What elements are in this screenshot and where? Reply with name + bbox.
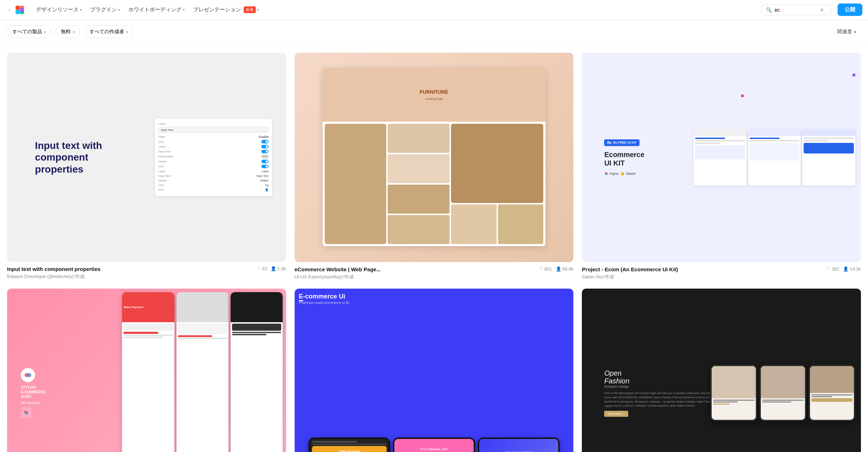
- all-creators-filter[interactable]: すべての作成者 ▾: [84, 25, 133, 38]
- stylish-logo: [21, 368, 35, 382]
- card-title: Project - Ecom (An Ecommerce Ui Kit): [582, 266, 826, 272]
- phone-dark: -30% Discount: [308, 437, 390, 452]
- card-likes: ♡ 33: [257, 266, 267, 271]
- phone-mockups: Make Payment: [118, 289, 286, 452]
- card-heading: Input text with component properties: [35, 139, 161, 175]
- purple-dot: [852, 74, 855, 76]
- card-open-fashion[interactable]: Open Fashion byOpenUI.design Free UI Kit…: [582, 289, 861, 452]
- new-badge: 新着: [244, 6, 256, 13]
- figma-logo[interactable]: [13, 3, 27, 17]
- card-thumbnail: Stylish E-Commerce UI Kit 20+ Screens Ma: [7, 289, 286, 452]
- chevron-down-icon: ▾: [44, 30, 46, 34]
- card-ecommerce-ui[interactable]: E-commerce Ui Production-ready Ecommerce…: [295, 289, 574, 452]
- phone-1: Make Payment: [122, 292, 174, 452]
- open-fashion-info: Open Fashion byOpenUI.design Free UI Kit…: [604, 369, 716, 417]
- screen-2: [748, 129, 801, 186]
- nav-design-resources[interactable]: デザインリソース ▾: [33, 4, 85, 15]
- free-filter[interactable]: 無料 ▾: [56, 25, 80, 38]
- sketch-tool: Sketch: [620, 172, 636, 176]
- svg-point-9: [606, 173, 608, 174]
- svg-rect-2: [16, 10, 20, 14]
- furniture-header: FURNITURELanding Page: [323, 68, 546, 122]
- svg-point-17: [26, 412, 28, 413]
- figma-tool: Figma: [604, 172, 618, 176]
- card-meta: Input text with component properties Edw…: [7, 266, 257, 280]
- card-stats: ♡ 33 👤 1.8k: [257, 266, 286, 271]
- clear-search-button[interactable]: ✕: [820, 7, 824, 13]
- card-likes: ♡ 901: [539, 266, 552, 272]
- chevron-down-icon: ▾: [73, 30, 75, 34]
- explore-button[interactable]: EXPLORE →: [604, 411, 628, 417]
- card5-title: E-commerce Ui: [299, 293, 569, 300]
- card-preview-widget: Label Input Text State Enable Icon Labe: [155, 118, 272, 196]
- ecom-screens: [694, 129, 855, 186]
- card-stylish[interactable]: Stylish E-Commerce UI Kit 20+ Screens Ma: [7, 289, 286, 452]
- card-thumbnail: Open Fashion byOpenUI.design Free UI Kit…: [582, 289, 861, 452]
- chevron-down-icon: ▾: [854, 30, 856, 34]
- chevron-down-icon: ▾: [183, 8, 185, 12]
- fashion-desc: Free UI Kit with elegant and modern styl…: [604, 391, 716, 408]
- fashion-phone-2: [759, 365, 806, 421]
- phone-screens: -30% Discount IT'S A SPECIAL GIFT: [308, 437, 560, 452]
- publish-button[interactable]: 公開: [838, 4, 862, 16]
- screen-3: [802, 129, 855, 186]
- results-grid: Input text with component properties Lab…: [0, 44, 868, 452]
- all-products-filter[interactable]: すべての製品 ▾: [7, 25, 51, 38]
- card-thumbnail: E-commerce Ui Production-ready Ecommerce…: [295, 289, 574, 452]
- cards-container: Input text with component properties Lab…: [7, 53, 861, 452]
- tools-list: Figma Sketch: [604, 172, 702, 176]
- card-info-row: Project - Ecom (An Ecommerce Ui Kit) Sab…: [582, 266, 861, 280]
- ecommerce-header: E-commerce Ui Production-ready Ecommerce…: [295, 289, 574, 309]
- card-title: eCommerce Website | Web Page...: [295, 266, 539, 272]
- card-author: Saber Aliが作成: [582, 274, 826, 280]
- search-icon: 🔍: [766, 7, 772, 13]
- svg-rect-5: [605, 172, 607, 174]
- phone-2: [177, 292, 228, 452]
- figma-icon: [21, 407, 31, 418]
- nav-whiteboarding[interactable]: ホワイトボーディング ▾: [125, 4, 188, 15]
- card-users: 👤 60.9k: [556, 266, 574, 272]
- card-thumbnail: FURNITURELanding Page: [295, 53, 574, 262]
- nav-presentation[interactable]: プレゼンテーション 新着 ▾: [190, 4, 262, 15]
- furniture-mockup: FURNITURELanding Page: [323, 68, 546, 246]
- screens-count: 20+ Screens: [21, 401, 127, 405]
- card-ecom-kit[interactable]: Be Be FREE UI KIT Ecommerce UI KIT Figma: [582, 53, 861, 280]
- card-stats: ♡ 362 👤 14.3k: [826, 266, 861, 272]
- screen-1: [694, 129, 747, 186]
- search-box: 🔍 ✕: [761, 5, 832, 15]
- card-info-row: Input text with component properties Edw…: [7, 266, 286, 280]
- card-stats: ♡ 901 👤 60.9k: [539, 266, 574, 272]
- svg-rect-13: [25, 411, 27, 413]
- card-author: UI-UX Expert(Aashifa)が作成: [295, 274, 539, 280]
- brand-subtitle: byOpenUI.design: [604, 385, 716, 388]
- card-author: Edward Chechique (@edwche)が作成: [7, 273, 257, 280]
- chevron-down-icon: ▾: [257, 8, 259, 12]
- svg-marker-10: [621, 172, 625, 175]
- phone-3: [231, 292, 283, 452]
- fashion-phone-3: [809, 365, 856, 421]
- card5-subtitle: Production-ready Ecommerce UI kit.: [299, 301, 569, 305]
- card-info-row: eCommerce Website | Web Page... UI-UX Ex…: [295, 266, 574, 280]
- search-input[interactable]: [775, 7, 817, 13]
- navbar: ‹ デザインリソース ▾ プラグイン ▾ ホワイトボーディング ▾ プレゼンテー…: [0, 0, 868, 20]
- card-likes: ♡ 362: [826, 266, 839, 272]
- card-title: Input text with component properties: [7, 266, 257, 272]
- card-thumbnail: Be Be FREE UI KIT Ecommerce UI KIT Figma: [582, 53, 861, 262]
- svg-rect-7: [605, 174, 607, 175]
- nav-plugins[interactable]: プラグイン ▾: [87, 4, 123, 15]
- card-input-text[interactable]: Input text with component properties Lab…: [7, 53, 286, 280]
- fashion-phones: [710, 365, 855, 421]
- sort-button[interactable]: 関連度 ▾: [832, 26, 861, 38]
- accent-dot: [741, 94, 744, 97]
- card-users: 👤 14.3k: [843, 266, 861, 272]
- nav-back-button[interactable]: ‹: [6, 7, 13, 12]
- card-meta: Project - Ecom (An Ecommerce Ui Kit) Sab…: [582, 266, 826, 280]
- card-furniture[interactable]: FURNITURELanding Page: [295, 53, 574, 280]
- svg-rect-15: [25, 413, 27, 415]
- stylish-info: Stylish E-Commerce UI Kit 20+ Screens: [21, 368, 127, 418]
- phone-new-collection: NEW COLLECTION: [478, 437, 560, 452]
- svg-point-4: [20, 8, 24, 12]
- nav-links: デザインリソース ▾ プラグイン ▾ ホワイトボーディング ▾ プレゼンテーショ…: [33, 4, 756, 15]
- svg-point-12: [27, 373, 31, 377]
- fashion-phone-1: [710, 365, 757, 421]
